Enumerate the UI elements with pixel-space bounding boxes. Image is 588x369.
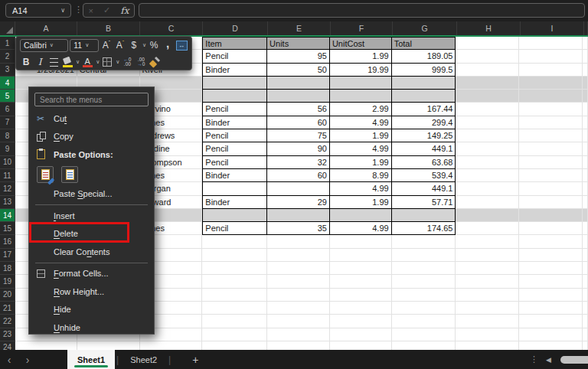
menu-item-row-height[interactable]: Row Height... xyxy=(29,282,154,301)
percent-style-button[interactable]: % xyxy=(148,38,160,52)
row-header-24[interactable]: 24 xyxy=(0,341,15,350)
sheet-tab-sheet2[interactable]: Sheet2 xyxy=(120,350,167,369)
row-header-8[interactable]: 8 xyxy=(0,129,15,142)
cell-extra-17[interactable] xyxy=(583,249,588,262)
cell-D13[interactable]: Binder xyxy=(202,196,267,209)
col-header-I[interactable]: I xyxy=(521,21,584,35)
cell-extra-6[interactable] xyxy=(583,103,588,116)
cell-I16[interactable] xyxy=(519,235,583,248)
cell-H13[interactable] xyxy=(456,196,519,209)
cell-H4[interactable] xyxy=(456,77,519,90)
menu-item-paste-special[interactable]: Paste Special... xyxy=(29,185,154,204)
cell-D23[interactable] xyxy=(202,328,267,341)
cell-E8[interactable]: 75 xyxy=(267,129,330,142)
cell-I21[interactable] xyxy=(519,302,583,315)
cell-F6[interactable]: 2.99 xyxy=(330,103,392,116)
cell-D16[interactable] xyxy=(202,235,267,248)
cell-F2[interactable]: 1.99 xyxy=(330,50,392,63)
col-header-extra[interactable] xyxy=(584,21,588,35)
col-header-B[interactable]: B xyxy=(77,21,140,35)
cell-F17[interactable] xyxy=(330,249,392,262)
cell-extra-20[interactable] xyxy=(583,289,588,302)
cell-F14[interactable] xyxy=(330,209,392,222)
cell-G14[interactable] xyxy=(392,209,456,222)
cell-E24[interactable] xyxy=(267,341,330,350)
cell-extra-24[interactable] xyxy=(583,341,588,350)
cell-H20[interactable] xyxy=(456,289,519,302)
cell-G23[interactable] xyxy=(392,328,456,341)
cell-F22[interactable] xyxy=(330,315,392,328)
col-header-E[interactable]: E xyxy=(268,21,331,35)
cell-D11[interactable]: Binder xyxy=(202,169,267,182)
cell-I3[interactable] xyxy=(519,64,583,77)
cell-D14[interactable] xyxy=(202,209,267,222)
cell-H3[interactable] xyxy=(456,64,519,77)
cell-extra-5[interactable] xyxy=(583,90,588,103)
cell-I23[interactable] xyxy=(519,328,583,341)
col-header-H[interactable]: H xyxy=(457,21,521,35)
cell-extra-12[interactable] xyxy=(583,182,588,195)
cell-H12[interactable] xyxy=(456,182,519,195)
insert-function-icon[interactable]: fx xyxy=(120,5,129,16)
row-header-1[interactable]: 1 xyxy=(0,37,15,50)
cell-G7[interactable]: 299.4 xyxy=(392,116,456,129)
cell-extra-15[interactable] xyxy=(583,222,588,235)
row-header-15[interactable]: 15 xyxy=(0,222,15,235)
cell-extra-7[interactable] xyxy=(583,116,588,129)
cell-I11[interactable] xyxy=(519,169,583,182)
cell-I19[interactable] xyxy=(519,275,583,288)
cell-E14[interactable] xyxy=(267,209,330,222)
next-sheet-button[interactable]: › xyxy=(18,354,37,366)
row-header-20[interactable]: 20 xyxy=(0,289,15,302)
prev-sheet-button[interactable]: ‹ xyxy=(0,354,18,366)
cell-I4[interactable] xyxy=(519,77,583,90)
row-header-14[interactable]: 14 xyxy=(0,209,15,222)
decrease-font-size-button[interactable]: Aˇ xyxy=(114,38,126,52)
cell-extra-8[interactable] xyxy=(583,129,588,142)
cell-F12[interactable]: 4.99 xyxy=(330,182,392,195)
cell-I24[interactable] xyxy=(519,341,583,350)
cell-D12[interactable] xyxy=(202,182,267,195)
menu-item-hide[interactable]: Hide xyxy=(29,301,154,319)
cell-E11[interactable]: 60 xyxy=(267,169,330,182)
col-header-F[interactable]: F xyxy=(331,21,393,35)
cell-E9[interactable]: 90 xyxy=(267,142,330,155)
scroll-left-icon[interactable]: ◀ xyxy=(546,356,551,364)
cell-E10[interactable]: 32 xyxy=(267,156,330,169)
cell-C24[interactable] xyxy=(140,341,203,350)
cell-I18[interactable] xyxy=(519,262,583,275)
cell-I2[interactable] xyxy=(519,50,583,63)
cell-F18[interactable] xyxy=(330,262,392,275)
cell-D24[interactable] xyxy=(202,341,267,350)
cell-I7[interactable] xyxy=(519,116,583,129)
font-color-button[interactable]: A xyxy=(81,55,93,69)
cell-extra-3[interactable] xyxy=(583,64,588,77)
cell-H2[interactable] xyxy=(456,50,519,63)
menu-item-clear-contents[interactable]: Clear Contents xyxy=(29,243,154,261)
cell-D20[interactable] xyxy=(202,289,267,302)
cell-D1[interactable]: Item xyxy=(202,37,267,50)
cell-F3[interactable]: 19.99 xyxy=(330,64,392,77)
cell-G2[interactable]: 189.05 xyxy=(392,50,456,63)
fill-color-button[interactable] xyxy=(61,55,74,69)
cell-extra-13[interactable] xyxy=(583,196,588,209)
formula-input[interactable] xyxy=(139,5,584,18)
cell-D5[interactable] xyxy=(202,90,267,103)
cell-I8[interactable] xyxy=(519,129,583,142)
row-header-2[interactable]: 2 xyxy=(0,50,15,63)
cell-extra-21[interactable] xyxy=(583,302,588,315)
cell-D7[interactable]: Binder xyxy=(202,116,267,129)
cell-E13[interactable]: 29 xyxy=(267,196,330,209)
cell-E2[interactable]: 95 xyxy=(267,50,330,63)
cell-F11[interactable]: 8.99 xyxy=(330,169,392,182)
cell-G8[interactable]: 149.25 xyxy=(392,129,456,142)
cell-G21[interactable] xyxy=(392,302,456,315)
cell-F20[interactable] xyxy=(330,289,392,302)
cell-G11[interactable]: 539.4 xyxy=(392,169,456,182)
col-header-C[interactable]: C xyxy=(140,21,203,35)
menu-item-unhide[interactable]: Unhide xyxy=(29,318,154,337)
col-header-G[interactable]: G xyxy=(393,21,457,35)
cell-F8[interactable]: 1.99 xyxy=(330,129,392,142)
cell-F15[interactable]: 4.99 xyxy=(330,222,392,235)
row-header-21[interactable]: 21 xyxy=(0,302,15,315)
